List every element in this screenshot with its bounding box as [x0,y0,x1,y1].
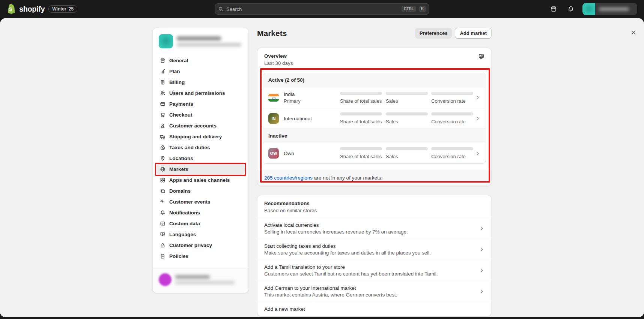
translate-icon [160,232,166,237]
chevron-right-icon[interactable] [479,247,485,252]
store-icon [160,58,166,63]
close-icon [630,29,637,36]
kbd-ctrl: CTRL [402,6,416,12]
sidebar-item-policies[interactable]: Policies [156,251,245,262]
chevron-right-icon[interactable] [479,226,485,231]
sidebar-item-customer-accounts[interactable]: Customer accounts [156,120,245,131]
recommendation-add-german[interactable]: Add German to your International market … [257,281,491,302]
recommendation-partial[interactable]: Add a new market [257,302,491,316]
main-content: Markets Preferences Add market Overview … [257,28,492,316]
sidebar-user-footer[interactable] [153,268,248,293]
chevron-right-icon[interactable] [475,116,480,121]
india-flag-icon [268,94,279,102]
person-icon [160,123,166,129]
plan-chart-icon [160,69,166,74]
preferences-button[interactable]: Preferences [415,28,452,39]
metric-sales: Sales [386,147,431,159]
metric-sales: Sales [386,92,431,104]
recommendations-subtitle: Based on similar stores [264,208,485,213]
release-badge: Winter '25 [48,5,77,13]
close-button[interactable] [628,27,639,37]
sidebar-item-markets[interactable]: Markets [156,164,245,175]
store-preview-button[interactable] [548,3,559,15]
active-section-header: Active (2 of 50) [263,73,486,87]
skeleton-bar [386,147,428,150]
sidebar-item-locations[interactable]: Locations [156,153,245,164]
sidebar-item-domains[interactable]: Domains [156,186,245,196]
market-row-india[interactable]: India Primary Share of total sales Sales… [263,87,486,108]
sidebar-item-payments[interactable]: Payments [156,99,245,109]
sidebar-item-notifications[interactable]: Notifications [156,207,245,218]
search-icon [218,6,224,12]
sidebar-item-customer-privacy[interactable]: Customer privacy [156,240,245,251]
skeleton-bar [386,92,428,95]
countries-regions-link[interactable]: 205 countries/regions [264,175,313,181]
international-badge: IN [268,113,279,124]
recommendations-title: Recommendations [264,201,485,206]
skeleton-bar [386,112,428,115]
market-row-own[interactable]: OW Own Share of total sales Sales Conver… [263,143,486,163]
payments-card-icon [160,101,166,107]
overview-title: Overview [264,53,293,59]
svg-text:S: S [9,6,12,12]
recommendations-card: Recommendations Based on similar stores … [257,195,492,316]
sidebar-store-avatar [159,34,173,48]
search-input[interactable] [226,6,399,12]
skeleton-bar [340,92,382,95]
metric-sales: Sales [386,112,431,124]
recommendation-activate-local-currencies[interactable]: Activate local currencies Selling in loc… [257,218,491,239]
market-name: India [284,91,301,97]
sidebar-item-general[interactable]: General [156,55,245,66]
settings-menu: General Plan Billing Users and permissio… [153,53,248,268]
skeleton-bar [431,92,473,95]
apps-grid-icon [160,177,166,183]
users-icon [160,90,166,96]
sidebar-item-custom-data[interactable]: Custom data [156,218,245,229]
shopify-wordmark: shopify [19,5,45,13]
overview-footer: 205 countries/regions are not in any of … [257,170,491,186]
truck-icon [160,134,166,139]
sidebar-item-checkout[interactable]: Checkout [156,109,245,120]
location-pin-icon [160,156,166,161]
sidebar-item-billing[interactable]: Billing [156,77,245,88]
globe-icon [160,166,166,172]
recommendation-collect-taxes-duties[interactable]: Start collecting taxes and duties Make s… [257,239,491,260]
own-badge: OW [268,148,279,159]
chevron-right-icon[interactable] [475,95,480,100]
market-subtitle: Primary [284,98,301,104]
metric-conversion-rate: Conversion rate [431,147,473,159]
market-row-international[interactable]: IN International Share of total sales Sa… [263,108,486,129]
overview-subtitle: Last 30 days [264,60,293,66]
shopify-logo[interactable]: S shopify [7,4,45,14]
inactive-section-header: Inactive [263,129,486,143]
sidebar-item-users-and-permissions[interactable]: Users and permissions [156,88,245,99]
metric-share-of-total-sales: Share of total sales [340,92,386,104]
notifications-button[interactable] [565,3,576,15]
sidebar-store-header [153,28,248,53]
page-title: Markets [257,29,287,38]
global-search[interactable]: CTRL K [215,3,429,15]
settings-modal: General Plan Billing Users and permissio… [0,18,644,317]
add-market-button[interactable]: Add market [455,28,492,39]
report-icon[interactable] [478,53,485,60]
sidebar-item-shipping-and-delivery[interactable]: Shipping and delivery [156,131,245,142]
sidebar-item-plan[interactable]: Plan [156,66,245,77]
sidebar-item-apps-and-sales-channels[interactable]: Apps and sales channels [156,175,245,186]
annotation-box-markets [155,163,246,176]
skeleton-bar [340,112,382,115]
metric-share-of-total-sales: Share of total sales [340,147,386,159]
chevron-right-icon[interactable] [475,151,480,156]
sidebar-item-customer-events[interactable]: Customer events [156,196,245,207]
recommendation-tamil-translation[interactable]: Add a Tamil translation to your store Cu… [257,260,491,281]
sidebar-store-name-redacted [177,36,241,46]
chevron-right-icon[interactable] [479,268,485,273]
document-icon [160,253,166,259]
chevron-right-icon[interactable] [479,289,485,294]
sidebar-item-taxes-and-duties[interactable]: Taxes and duties [156,142,245,153]
shopify-bag-icon: S [7,4,16,14]
store-name-redacted [595,3,637,15]
account-menu[interactable] [582,3,637,15]
store-avatar [582,3,595,15]
billing-icon [160,79,166,85]
sidebar-item-languages[interactable]: Languages [156,229,245,240]
